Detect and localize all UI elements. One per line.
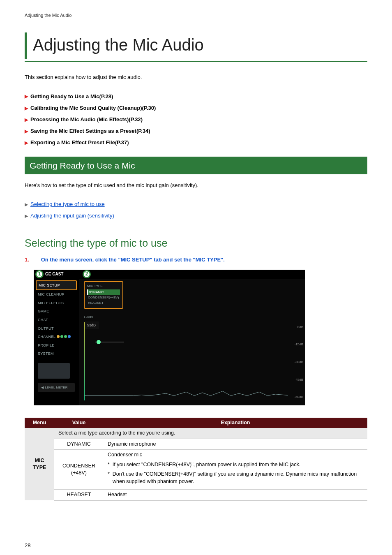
sidebar-item-mic-setup[interactable]: MIC SETUP [36,280,77,291]
app-screenshot: 1 2 GE CAST MIC SETUP MIC CLEANUP MIC EF… [34,270,305,405]
toc-label: Getting Ready to Use a Mic(P.28) [30,93,113,99]
title-underline [25,61,367,62]
link-item: ▶Adjusting the input gain (sensitivity) [25,212,367,220]
th-explanation: Explanation [104,418,367,428]
gain-label: GAIN [84,314,300,320]
mic-type-box: MIC TYPE DYNAMIC CONDENSER(+48V) HEADSET [84,281,123,309]
scale-tick: 0dB [295,325,303,329]
sidebar-item-mic-effects[interactable]: MIC EFFECTS [36,299,77,308]
intro-text: This section explains how to adjust the … [25,74,367,81]
value-condenser: CONDENSER (+48V) [54,450,104,490]
toc-label: Calibrating the Mic Sound Quality (Clean… [30,105,156,111]
app-main-panel: MIC TYPE DYNAMIC CONDENSER(+48V) HEADSET… [79,279,305,405]
mic-type-option-headset[interactable]: HEADSET [87,300,120,305]
step-number: 1. [25,256,34,264]
link-item: ▶Selecting the type of mic to use [25,201,367,208]
step-text: On the menu screen, click the "MIC SETUP… [41,257,225,263]
toc-item[interactable]: ▶Calibrating the Mic Sound Quality (Clea… [25,104,367,112]
toc-item[interactable]: ▶Getting Ready to Use a Mic(P.28) [25,93,367,100]
toc-bullet-list: ▶Getting Ready to Use a Mic(P.28) ▶Calib… [25,93,367,147]
toc-label: Saving the Mic Effect Settings as a Pres… [30,128,150,134]
th-value: Value [54,418,104,428]
sidebar-device-image [38,363,70,379]
channel-dots [57,334,71,340]
page-title: Adjusting the Mic Audio [33,32,367,59]
expl-dynamic: Dynamic microphone [104,439,367,450]
gain-slider[interactable] [95,342,124,342]
condenser-note-1: * If you select "CONDENSER(+48V)", phant… [108,461,363,469]
callout-1: 1 [35,270,44,278]
condenser-note-2: * Don't use the "CONDENSER(+48V)" settin… [108,471,363,485]
toc-item[interactable]: ▶Exporting a Mic Effect Preset File(P.37… [25,139,367,146]
triangle-icon: ▶ [25,213,28,219]
app-logo-text: GE CAST [45,271,63,277]
triangle-icon: ▶ [25,117,28,123]
sidebar-item-chat[interactable]: CHAT [36,316,77,324]
sidebar-item-mic-cleanup[interactable]: MIC CLEANUP [36,290,77,299]
sidebar-item-channel[interactable]: CHANNEL [36,333,77,341]
select-note: Select a mic type according to the mic y… [54,428,367,439]
sidebar-item-game[interactable]: GAME [36,307,77,316]
menu-cell-mic-type: MIC TYPE [25,428,54,500]
meter-scale: 0dB -15dB -30dB -45dB -60dB [295,325,303,400]
link-list: ▶Selecting the type of mic to use ▶Adjus… [25,201,367,220]
app-sidebar: MIC SETUP MIC CLEANUP MIC EFFECTS GAME C… [34,279,79,405]
level-meter-bar [84,322,85,400]
waveform-display [85,390,288,397]
page-title-block: Adjusting the Mic Audio [25,32,367,59]
toc-label: Processing the Mic Audio (Mic Effects)(P… [30,116,143,123]
app-topbar: GE CAST [34,270,305,279]
section-intro: Here's how to set the type of mic used a… [25,182,367,189]
value-headset: HEADSET [54,490,104,501]
section-heading: Getting Ready to Use a Mic [25,157,367,174]
scale-tick: -15dB [295,342,303,347]
mic-type-option-dynamic[interactable]: DYNAMIC [87,289,120,295]
expl-headset: Headset [104,490,367,501]
level-meter-button[interactable]: LEVEL METER [38,383,75,392]
triangle-icon: ▶ [25,93,28,99]
scale-tick: -45dB [295,377,303,382]
expl-condenser-head: Condenser mic [108,452,142,458]
triangle-icon: ▶ [25,128,28,134]
gain-value: 53dB [84,321,99,329]
sidebar-item-profile[interactable]: PROFILE [36,341,77,350]
mic-type-label: MIC TYPE [87,284,120,288]
doc-link[interactable]: Selecting the type of mic to use [30,201,105,207]
slider-knob[interactable] [97,340,101,344]
doc-link[interactable]: Adjusting the input gain (sensitivity) [30,213,114,219]
value-dynamic: DYNAMIC [54,439,104,450]
triangle-icon: ▶ [25,140,28,146]
callout-2: 2 [83,270,91,278]
toc-item[interactable]: ▶Processing the Mic Audio (Mic Effects)(… [25,116,367,123]
sidebar-item-system[interactable]: SYSTEM [36,349,77,358]
th-menu: Menu [25,418,54,428]
toc-item[interactable]: ▶Saving the Mic Effect Settings as a Pre… [25,127,367,135]
channel-label: CHANNEL [38,334,55,340]
scale-tick: -30dB [295,360,303,364]
toc-label: Exporting a Mic Effect Preset File(P.37) [30,139,129,146]
mic-type-table: Menu Value Explanation MIC TYPE Select a… [25,418,367,501]
page-number: 28 [25,542,367,549]
expl-condenser: Condenser mic * If you select "CONDENSER… [104,450,367,490]
triangle-icon: ▶ [25,201,28,208]
triangle-icon: ▶ [25,105,28,111]
running-header: Adjusting the Mic Audio [25,12,367,20]
step-line: 1. On the menu screen, click the "MIC SE… [25,256,367,264]
subsection-heading: Selecting the type of mic to use [25,236,367,250]
scale-tick: -60dB [295,395,303,399]
sidebar-item-output[interactable]: OUTPUT [36,324,77,333]
mic-type-option-condenser[interactable]: CONDENSER(+48V) [87,295,120,300]
